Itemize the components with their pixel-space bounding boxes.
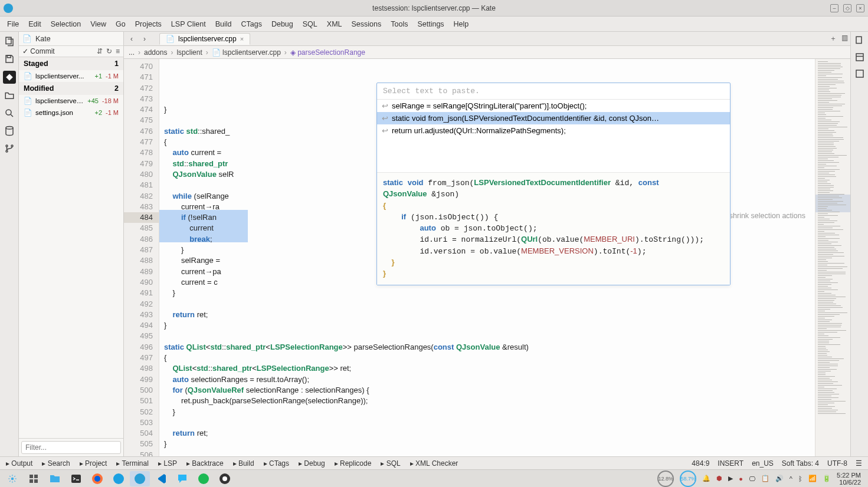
file-row[interactable]: 📄lspclientserver...+45-18 M xyxy=(19,95,123,107)
minimize-button[interactable]: – xyxy=(830,4,838,12)
menu-selection[interactable]: Selection xyxy=(46,18,86,31)
status-encoding[interactable]: UTF-8 xyxy=(827,459,847,468)
db-icon[interactable] xyxy=(4,125,15,137)
bottom-tab-replicode[interactable]: ▸ Replicode xyxy=(331,458,375,469)
tray-bluetooth-icon[interactable]: ᛒ xyxy=(798,475,803,482)
crumb[interactable]: lspclient xyxy=(176,48,202,57)
tray-bell-icon[interactable]: 🔔 xyxy=(702,475,710,482)
file-row[interactable]: 📄lspclientserver...+1-1 M xyxy=(19,70,123,82)
mem-gauge[interactable]: 58.7% xyxy=(680,470,696,487)
popup-option[interactable]: ↩return url.adjusted(QUrl::NormalizePath… xyxy=(377,124,730,137)
tab-close-icon[interactable]: × xyxy=(240,35,244,42)
menu-help[interactable]: Help xyxy=(449,18,474,31)
tray-display-icon[interactable]: 🖵 xyxy=(749,475,755,482)
crumb-function[interactable]: parseSelectionRange xyxy=(297,48,365,57)
staged-header[interactable]: Staged xyxy=(24,60,48,68)
refresh-icon[interactable]: ↻ xyxy=(106,47,112,55)
git-icon[interactable] xyxy=(3,71,16,84)
tray-volume-icon[interactable]: 🔊 xyxy=(775,475,784,482)
popup-option[interactable]: ↩static void from_json(LSPVersionedTextD… xyxy=(377,112,730,124)
tray-clipboard-icon[interactable]: 📋 xyxy=(761,475,769,482)
save-icon[interactable] xyxy=(4,53,15,65)
split-icon[interactable]: ▥ xyxy=(841,34,848,44)
outline-icon[interactable] xyxy=(854,52,865,62)
popup-option[interactable]: ↩selRange = selRange[QStringLiteral("par… xyxy=(377,100,730,112)
menu-lsp-client[interactable]: LSP Client xyxy=(166,18,211,31)
close-button[interactable]: × xyxy=(856,4,864,12)
bottom-tab-terminal[interactable]: ▸ Terminal xyxy=(113,458,152,469)
kate-icon[interactable] xyxy=(130,471,150,486)
panel-title: Kate xyxy=(35,35,51,43)
obs-icon[interactable] xyxy=(215,471,235,486)
nav-fwd-icon[interactable]: › xyxy=(139,34,150,44)
maximize-button[interactable]: ◇ xyxy=(843,4,851,12)
new-tab-icon[interactable]: ＋ xyxy=(830,34,837,44)
terminal-icon[interactable] xyxy=(66,471,86,486)
tray-wifi-icon[interactable]: 📶 xyxy=(808,475,817,482)
tray-rec-icon[interactable]: ● xyxy=(739,475,743,482)
popup-search[interactable]: Select text to paste. xyxy=(377,83,730,100)
tray-play-icon[interactable]: ▶ xyxy=(728,475,733,482)
modified-header[interactable]: Modified xyxy=(24,84,54,93)
menu-ctags[interactable]: CTags xyxy=(237,18,267,31)
menu-sessions[interactable]: Sessions xyxy=(347,18,386,31)
menu-view[interactable]: View xyxy=(86,18,111,31)
bottom-tab-build[interactable]: ▸ Build xyxy=(230,458,258,469)
nav-back-icon[interactable]: ‹ xyxy=(126,34,137,44)
spotify-icon[interactable] xyxy=(194,471,214,486)
vscode-icon[interactable] xyxy=(151,471,171,486)
status-tabs[interactable]: Soft Tabs: 4 xyxy=(782,459,819,468)
bottom-tab-sql[interactable]: ▸ SQL xyxy=(377,458,404,469)
expand-icon[interactable]: ⇵ xyxy=(97,47,103,55)
bottom-tab-output[interactable]: ▸ Output xyxy=(2,458,36,469)
breadcrumb[interactable]: ...› addons› lspclient› 📄 lspclientserve… xyxy=(124,46,850,59)
menu-debug[interactable]: Debug xyxy=(267,18,298,31)
documents-icon[interactable] xyxy=(854,35,865,46)
menu-xml[interactable]: XML xyxy=(322,18,347,31)
menu-go[interactable]: Go xyxy=(111,18,130,31)
files-icon[interactable] xyxy=(45,471,65,486)
menu-tools[interactable]: Tools xyxy=(386,18,412,31)
menu-projects[interactable]: Projects xyxy=(130,18,166,31)
bottom-tab-xml-checker[interactable]: ▸ XML Checker xyxy=(407,458,462,469)
menu-settings[interactable]: Settings xyxy=(412,18,448,31)
bottom-tab-project[interactable]: ▸ Project xyxy=(76,458,111,469)
documents-icon[interactable] xyxy=(4,35,15,47)
preview-icon[interactable] xyxy=(854,68,865,79)
git-branch-icon[interactable] xyxy=(4,143,15,154)
taskview-icon[interactable] xyxy=(24,471,44,486)
start-icon[interactable] xyxy=(2,471,22,486)
tray-chevron-icon[interactable]: ^ xyxy=(790,475,792,482)
commit-button[interactable]: Commit xyxy=(30,47,54,55)
status-pos: 484:9 xyxy=(692,459,709,468)
folder-icon[interactable] xyxy=(4,90,15,101)
filter-input[interactable] xyxy=(21,441,121,454)
status-lang[interactable]: en_US xyxy=(752,459,774,468)
crumb[interactable]: lspclientserver.cpp xyxy=(222,48,281,57)
crumb[interactable]: addons xyxy=(144,48,167,57)
menu-edit[interactable]: Edit xyxy=(24,18,46,31)
menu-sql[interactable]: SQL xyxy=(298,18,322,31)
bottom-tab-debug[interactable]: ▸ Debug xyxy=(295,458,329,469)
minimap[interactable] xyxy=(815,59,850,456)
bottom-tab-search[interactable]: ▸ Search xyxy=(38,458,73,469)
crumb[interactable]: ... xyxy=(129,48,135,57)
chat-icon[interactable] xyxy=(172,471,192,486)
tray-battery-icon[interactable]: 🔋 xyxy=(823,475,831,482)
tray-clock[interactable]: 5:22 PM10/6/22 xyxy=(837,472,861,486)
menu-icon[interactable]: ☰ xyxy=(856,459,862,468)
browser-icon[interactable] xyxy=(109,471,129,486)
tray-shield-icon[interactable]: ⬢ xyxy=(716,475,722,482)
cpu-gauge[interactable]: 12.8% xyxy=(657,470,674,487)
editor-tab[interactable]: 📄lspclientserver.cpp× xyxy=(159,33,250,45)
menu-build[interactable]: Build xyxy=(211,18,237,31)
code-area[interactable]: 4704714724734744754764774784794804814824… xyxy=(124,59,850,456)
bottom-tab-lsp[interactable]: ▸ LSP xyxy=(155,458,181,469)
file-row[interactable]: 📄settings.json+2-1 M xyxy=(19,107,123,119)
menu-file[interactable]: File xyxy=(2,18,24,31)
firefox-icon[interactable] xyxy=(87,471,107,486)
bottom-tab-ctags[interactable]: ▸ CTags xyxy=(260,458,293,469)
bottom-tab-backtrace[interactable]: ▸ Backtrace xyxy=(183,458,227,469)
search-icon[interactable] xyxy=(4,107,15,119)
menu-icon[interactable]: ≡ xyxy=(116,47,120,55)
